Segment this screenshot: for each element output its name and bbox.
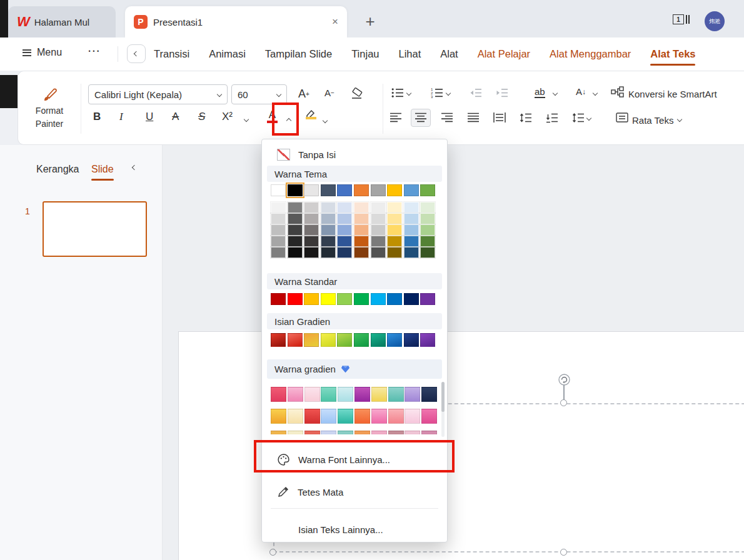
color-swatch[interactable]	[271, 224, 286, 236]
color-swatch[interactable]	[304, 184, 319, 196]
color-swatch[interactable]	[288, 387, 303, 402]
color-swatch[interactable]	[354, 431, 370, 434]
color-swatch[interactable]	[421, 387, 437, 402]
color-swatch[interactable]	[388, 409, 404, 424]
color-swatch[interactable]	[304, 409, 320, 424]
color-swatch[interactable]	[288, 224, 303, 236]
text-case-button[interactable]: ab	[535, 86, 545, 98]
user-avatar[interactable]: 炜淞	[705, 11, 725, 31]
tab-alat-teks[interactable]: Alat Teks	[650, 38, 695, 70]
color-swatch[interactable]	[404, 202, 419, 213]
rata-teks-button[interactable]	[616, 112, 628, 122]
align-right-button[interactable]	[441, 112, 453, 122]
color-swatch[interactable]	[387, 333, 402, 347]
menu-button[interactable]: Menu	[23, 47, 62, 58]
color-swatch[interactable]	[304, 387, 320, 402]
strikethrough-s-button[interactable]: S	[198, 111, 205, 123]
color-swatch[interactable]	[387, 202, 402, 213]
color-swatch[interactable]	[304, 247, 319, 258]
window-arrange-button[interactable]: 1	[673, 14, 690, 24]
color-swatch[interactable]	[321, 409, 336, 424]
color-swatch[interactable]	[420, 293, 435, 305]
tab-tinjau[interactable]: Tinjau	[351, 38, 379, 70]
color-swatch[interactable]	[321, 202, 336, 213]
tab-alat-pelajar[interactable]: Alat Pelajar	[478, 38, 530, 70]
color-swatch[interactable]	[387, 247, 402, 258]
color-swatch[interactable]	[304, 431, 320, 434]
color-swatch[interactable]	[354, 409, 370, 424]
color-swatch[interactable]	[354, 293, 369, 305]
color-swatch[interactable]	[338, 431, 353, 434]
color-swatch[interactable]	[388, 431, 404, 434]
slide-thumbnail[interactable]	[43, 201, 147, 257]
color-swatch[interactable]	[354, 184, 369, 196]
color-swatch[interactable]	[371, 236, 386, 247]
color-swatch[interactable]	[371, 387, 387, 402]
superscript-button[interactable]: X²	[222, 111, 233, 123]
tab-slide[interactable]: Slide	[91, 164, 114, 175]
new-tab-button[interactable]: +	[361, 12, 379, 31]
smartart-convert-button[interactable]	[611, 86, 625, 98]
color-swatch[interactable]	[338, 409, 353, 424]
eyedropper-item[interactable]: Tetes Mata	[267, 482, 442, 502]
line-spacing-button[interactable]	[520, 112, 532, 123]
paragraph-spacing-button[interactable]	[546, 112, 558, 123]
color-swatch[interactable]	[354, 247, 369, 258]
color-swatch[interactable]	[337, 333, 352, 347]
underline-button[interactable]: U	[146, 111, 153, 123]
color-swatch[interactable]	[321, 236, 336, 247]
color-swatch[interactable]	[387, 293, 402, 305]
color-swatch[interactable]	[321, 431, 336, 434]
color-swatch[interactable]	[271, 213, 286, 224]
color-swatch[interactable]	[404, 293, 419, 305]
color-swatch[interactable]	[371, 409, 387, 424]
decrease-font-size-button[interactable]: A−	[324, 88, 334, 98]
color-swatch[interactable]	[271, 409, 286, 424]
color-swatch[interactable]	[337, 224, 352, 236]
color-swatch[interactable]	[421, 431, 437, 434]
color-swatch[interactable]	[387, 224, 402, 236]
color-swatch[interactable]	[354, 224, 369, 236]
smartart-label[interactable]: Konversi ke SmartArt	[628, 89, 717, 99]
color-swatch[interactable]	[354, 387, 370, 402]
color-swatch[interactable]	[271, 293, 286, 305]
text-direction-button[interactable]: A↓	[576, 86, 586, 97]
color-swatch[interactable]	[420, 224, 435, 236]
color-swatch[interactable]	[271, 184, 286, 196]
color-swatch[interactable]	[387, 184, 402, 196]
font-color-dropdown-arrow[interactable]	[286, 118, 291, 123]
color-swatch[interactable]	[387, 236, 402, 247]
increase-indent-button[interactable]	[496, 88, 508, 98]
tab-transisi[interactable]: Transisi	[154, 38, 189, 70]
distribute-text-button[interactable]	[493, 112, 506, 122]
color-swatch[interactable]	[271, 236, 286, 247]
color-swatch[interactable]	[371, 184, 386, 196]
color-swatch[interactable]	[288, 293, 303, 305]
strikethrough-a-button[interactable]: A	[172, 111, 179, 123]
tab-lihat[interactable]: Lihat	[398, 38, 421, 70]
color-swatch[interactable]	[388, 387, 404, 402]
color-swatch[interactable]	[354, 236, 369, 247]
color-swatch[interactable]	[387, 213, 402, 224]
color-swatch[interactable]	[337, 184, 352, 196]
numbered-list-button[interactable]: 123	[431, 88, 443, 98]
color-swatch[interactable]	[288, 184, 303, 196]
color-swatch[interactable]	[405, 409, 420, 424]
format-painter-button[interactable]: Format Painter	[24, 78, 74, 139]
tab-alat[interactable]: Alat	[440, 38, 458, 70]
color-swatch[interactable]	[420, 333, 435, 347]
color-swatch[interactable]	[354, 213, 369, 224]
color-swatch[interactable]	[321, 387, 336, 402]
color-swatch[interactable]	[288, 431, 303, 434]
color-swatch[interactable]	[405, 387, 420, 402]
ribbon-back-button[interactable]	[127, 44, 146, 63]
color-swatch[interactable]	[337, 247, 352, 258]
color-swatch[interactable]	[338, 387, 353, 402]
no-fill-item[interactable]: Tanpa Isi	[267, 144, 442, 164]
color-swatch[interactable]	[420, 236, 435, 247]
color-swatch[interactable]	[321, 224, 336, 236]
align-center-button[interactable]	[415, 112, 427, 122]
color-swatch[interactable]	[288, 213, 303, 224]
color-swatch[interactable]	[420, 213, 435, 224]
color-swatch[interactable]	[288, 202, 303, 213]
